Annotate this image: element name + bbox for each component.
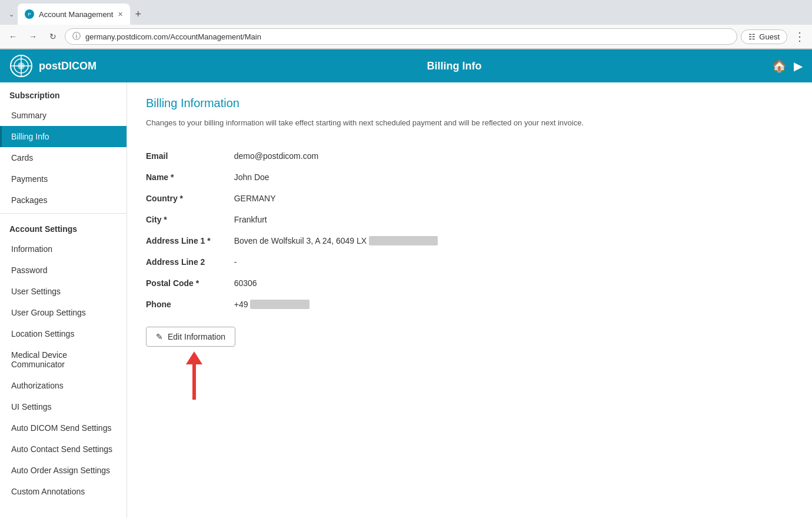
forward-button[interactable]: →: [25, 28, 41, 45]
billing-info-table: Email demo@postdicom.com Name * John Doe…: [146, 145, 438, 315]
sidebar-item-label: Auto DICOM Send Settings: [11, 423, 111, 433]
field-value-address1: Boven de Wolfskuil 3, A 24, 6049 LX: [234, 230, 438, 251]
tab-favicon: P: [25, 9, 34, 19]
sidebar-divider: [0, 213, 127, 214]
sidebar-item-medical-device[interactable]: Medical Device Communicator: [0, 344, 127, 375]
field-label-address2: Address Line 2: [146, 251, 234, 273]
redacted-address1: [369, 236, 438, 245]
sidebar-item-summary[interactable]: Summary: [0, 105, 127, 126]
field-label-name: Name *: [146, 167, 234, 188]
redacted-phone: [250, 300, 310, 309]
main-area: Subscription Summary Billing Info Cards …: [0, 82, 812, 518]
info-row-phone: Phone +49: [146, 294, 438, 315]
address-bar[interactable]: ⓘ germany.postdicom.com/AccountManagemen…: [65, 28, 737, 45]
browser-chrome: ⌄ P Account Management × + ← → ↻ ⓘ germa…: [0, 0, 812, 49]
field-value-country: GERMANY: [234, 188, 438, 209]
sidebar-item-label: Auto Contact Send Settings: [11, 444, 112, 454]
exit-icon-button[interactable]: ▶: [794, 59, 803, 73]
browser-tab[interactable]: P Account Management ×: [18, 4, 130, 25]
sidebar-item-ui-settings[interactable]: UI Settings: [0, 396, 127, 417]
subscription-header: Subscription: [0, 82, 127, 105]
app-header: postDICOM Billing Info 🏠 ▶: [0, 49, 812, 82]
browser-tabs: ⌄ P Account Management × +: [0, 0, 812, 25]
tab-close-button[interactable]: ×: [118, 9, 122, 19]
sidebar: Subscription Summary Billing Info Cards …: [0, 82, 127, 518]
sidebar-item-label: Password: [11, 265, 47, 275]
tab-title: Account Management: [39, 10, 113, 19]
sidebar-item-label: Auto Order Assign Settings: [11, 466, 110, 475]
guest-icon: ☷: [748, 32, 756, 41]
guest-label: Guest: [759, 32, 780, 41]
sidebar-item-user-group-settings[interactable]: User Group Settings: [0, 302, 127, 323]
sidebar-item-billing-info[interactable]: Billing Info: [0, 126, 127, 147]
sidebar-item-label: Medical Device Communicator: [11, 350, 67, 369]
content-subtitle: Changes to your billing information will…: [146, 117, 793, 129]
sidebar-item-auto-contact-send[interactable]: Auto Contact Send Settings: [0, 439, 127, 460]
new-tab-button[interactable]: +: [130, 6, 147, 22]
address-bar-icon: ⓘ: [72, 31, 81, 42]
logo-icon: [9, 54, 33, 78]
back-button[interactable]: ←: [5, 28, 21, 45]
arrow-container: [146, 351, 793, 400]
sidebar-item-auto-order-assign[interactable]: Auto Order Assign Settings: [0, 460, 127, 481]
sidebar-item-label: Packages: [11, 195, 47, 205]
sidebar-item-label: Information: [11, 244, 52, 254]
sidebar-item-cards[interactable]: Cards: [0, 147, 127, 168]
sidebar-item-label: Summary: [11, 111, 46, 120]
sidebar-item-label: User Settings: [11, 287, 61, 296]
info-row-email: Email demo@postdicom.com: [146, 145, 438, 167]
refresh-button[interactable]: ↻: [45, 28, 61, 45]
field-label-address1: Address Line 1 *: [146, 230, 234, 251]
info-row-city: City * Frankfurt: [146, 209, 438, 230]
info-row-name: Name * John Doe: [146, 167, 438, 188]
field-label-city: City *: [146, 209, 234, 230]
sidebar-item-packages[interactable]: Packages: [0, 190, 127, 211]
field-label-postal: Postal Code *: [146, 273, 234, 294]
sidebar-item-information[interactable]: Information: [0, 238, 127, 260]
sidebar-item-label: UI Settings: [11, 402, 51, 411]
sidebar-item-auto-dicom-send[interactable]: Auto DICOM Send Settings: [0, 417, 127, 439]
sidebar-item-payments[interactable]: Payments: [0, 168, 127, 190]
info-row-address2: Address Line 2 -: [146, 251, 438, 273]
info-row-address1: Address Line 1 * Boven de Wolfskuil 3, A…: [146, 230, 438, 251]
sidebar-item-label: Custom Annotations: [11, 487, 85, 496]
content-area: Billing Information Changes to your bill…: [127, 82, 812, 518]
field-value-postal: 60306: [234, 273, 438, 294]
sidebar-item-label: User Group Settings: [11, 308, 86, 317]
edit-button-label: Edit Information: [168, 332, 225, 341]
info-row-postal: Postal Code * 60306: [146, 273, 438, 294]
sidebar-item-label: Payments: [11, 174, 48, 184]
field-value-email: demo@postdicom.com: [234, 145, 438, 167]
arrow-head: [186, 351, 202, 364]
account-settings-header: Account Settings: [0, 216, 127, 238]
address-text: germany.postdicom.com/AccountManagement/…: [85, 32, 730, 41]
header-icons: 🏠 ▶: [772, 59, 803, 73]
app-container: postDICOM Billing Info 🏠 ▶ Subscription …: [0, 49, 812, 518]
red-arrow: [186, 351, 202, 400]
sidebar-item-label: Cards: [11, 153, 33, 162]
tab-list-button[interactable]: ⌄: [5, 8, 18, 21]
sidebar-item-custom-annotations[interactable]: Custom Annotations: [0, 481, 127, 502]
edit-information-button[interactable]: ✎ Edit Information: [146, 327, 235, 347]
edit-icon: ✎: [156, 332, 163, 341]
logo-text: postDICOM: [39, 60, 96, 72]
field-label-email: Email: [146, 145, 234, 167]
content-title: Billing Information: [146, 97, 793, 110]
info-row-country: Country * GERMANY: [146, 188, 438, 209]
field-value-city: Frankfurt: [234, 209, 438, 230]
field-value-name: John Doe: [234, 167, 438, 188]
sidebar-item-label: Location Settings: [11, 329, 74, 338]
browser-toolbar: ← → ↻ ⓘ germany.postdicom.com/AccountMan…: [0, 25, 812, 49]
sidebar-item-authorizations[interactable]: Authorizations: [0, 375, 127, 396]
field-label-phone: Phone: [146, 294, 234, 315]
sidebar-item-label: Billing Info: [11, 132, 49, 141]
sidebar-item-user-settings[interactable]: User Settings: [0, 281, 127, 302]
home-icon-button[interactable]: 🏠: [772, 59, 787, 73]
guest-button[interactable]: ☷ Guest: [741, 29, 787, 44]
field-value-phone: +49: [234, 294, 438, 315]
more-options-button[interactable]: ⋮: [791, 28, 807, 45]
sidebar-item-password[interactable]: Password: [0, 260, 127, 281]
arrow-shaft: [192, 364, 196, 400]
header-page-title: Billing Info: [137, 60, 772, 72]
sidebar-item-location-settings[interactable]: Location Settings: [0, 323, 127, 344]
